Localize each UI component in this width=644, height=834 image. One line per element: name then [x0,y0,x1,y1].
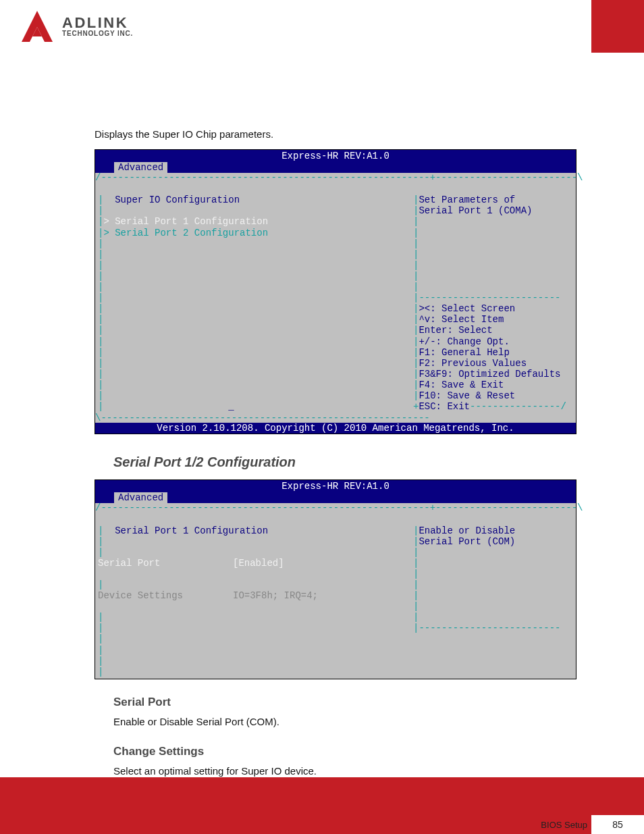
footer-label: BIOS Setup [541,820,587,830]
page-header: ADLINK TECHNOLOGY INC. [0,0,644,53]
bios1-nav-1: ^v: Select Item [419,314,504,325]
bios1-heading: Super IO Configuration [115,194,240,205]
heading-serial-port: Serial Port [113,696,576,709]
logo-icon [19,8,55,45]
logo-name: ADLINK [62,16,133,30]
bios2-serial-port-label[interactable]: Serial Port [98,558,233,569]
bios1-help2: Serial Port 1 (COMA) [419,205,532,216]
heading-change-settings: Change Settings [113,745,576,758]
bios2-help2: Serial Port (COM) [419,536,515,547]
bios-screenshot-2: Express-HR REV:A1.0 Advanced /----------… [95,479,576,679]
bios2-device-settings-value: IO=3F8h; IRQ=4; [233,590,318,601]
bios1-bottom-border: \---------------------------------------… [95,413,576,423]
logo-subtitle: TECHNOLOGY INC. [62,30,133,37]
bios1-top-border: /---------------------------------------… [95,173,576,182]
bios-screenshot-1: Express-HR REV:A1.0 Advanced /----------… [95,149,576,434]
bios1-nav-0: ><: Select Screen [419,303,515,314]
bios2-device-settings-label: Device Settings [98,590,233,601]
bios1-nav-9: ESC: Exit [419,401,470,412]
bios2-top-border: /---------------------------------------… [95,503,576,513]
subheading-serial-port-config: Serial Port 1/2 Configuration [113,454,576,470]
bios1-footer: Version 2.10.1208. Copyright (C) 2010 Am… [95,423,576,434]
bios2-title: Express-HR REV:A1.0 [95,480,576,492]
bios1-nav-3: +/-: Change Opt. [419,336,509,347]
bios2-tab-advanced[interactable]: Advanced [114,492,167,503]
bios2-heading: Serial Port 1 Configuration [115,525,268,536]
bios1-nav-4: F1: General Help [419,347,509,358]
bios1-nav-6: F3&F9: Optimized Defaults [419,369,560,380]
logo: ADLINK TECHNOLOGY INC. [0,0,133,53]
page-footer: BIOS Setup 85 [0,777,644,834]
text-change-settings: Select an optimal setting for Super IO d… [113,764,576,778]
bios2-help1: Enable or Disable [419,525,515,536]
bios1-help1: Set Parameters of [419,194,515,205]
bios1-tabs: Advanced [95,162,576,173]
bios2-tabs: Advanced [95,492,576,503]
bios2-serial-port-value[interactable]: [Enabled] [233,558,284,569]
page-number: 85 [591,815,644,834]
bios1-nav-2: Enter: Select [419,325,492,336]
bios1-nav-5: F2: Previous Values [419,358,527,369]
bios1-item-sp2[interactable]: > Serial Port 2 Configuration [103,228,268,238]
bios1-tab-advanced[interactable]: Advanced [114,162,167,173]
bios1-nav-7: F4: Save & Exit [419,380,504,390]
bios1-item-sp1[interactable]: > Serial Port 1 Configuration [103,216,268,227]
bios1-title: Express-HR REV:A1.0 [95,150,576,162]
bios1-nav-8: F10: Save & Reset [419,390,515,401]
header-accent [591,0,644,53]
intro-text: Displays the Super IO Chip parameters. [95,127,576,141]
text-serial-port: Enable or Disable Serial Port (COM). [113,714,576,729]
